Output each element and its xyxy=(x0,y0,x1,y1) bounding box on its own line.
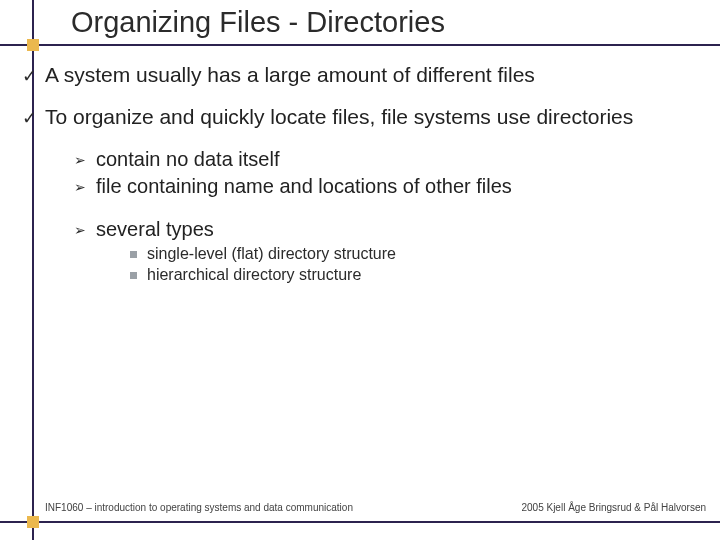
spacer xyxy=(22,201,702,217)
bullet-level2: ➢ contain no data itself xyxy=(74,147,702,172)
arrow-icon: ➢ xyxy=(74,179,86,197)
bullet-text: To organize and quickly locate files, fi… xyxy=(45,104,633,130)
slide-content: ✓ A system usually has a large amount of… xyxy=(22,62,702,287)
bullet-text: A system usually has a large amount of d… xyxy=(45,62,535,88)
bullet-text: hierarchical directory structure xyxy=(147,265,361,286)
bullet-level3: single-level (flat) directory structure xyxy=(130,244,702,265)
bullet-level2: ➢ several types xyxy=(74,217,702,242)
bullet-text: file containing name and locations of ot… xyxy=(96,174,512,199)
bullet-level1: ✓ To organize and quickly locate files, … xyxy=(22,104,702,130)
decor-square-bottom xyxy=(27,516,39,528)
decor-line-bottom xyxy=(0,521,720,523)
bullet-text: contain no data itself xyxy=(96,147,279,172)
decor-square-top xyxy=(27,39,39,51)
arrow-icon: ➢ xyxy=(74,152,86,170)
footer-left: INF1060 – introduction to operating syst… xyxy=(45,502,353,513)
square-icon xyxy=(130,251,137,258)
check-icon: ✓ xyxy=(22,65,37,88)
decor-line-top xyxy=(0,44,720,46)
bullet-level1: ✓ A system usually has a large amount of… xyxy=(22,62,702,88)
bullet-level3: hierarchical directory structure xyxy=(130,265,702,286)
arrow-icon: ➢ xyxy=(74,222,86,240)
square-icon xyxy=(130,272,137,279)
slide-title: Organizing Files - Directories xyxy=(71,6,445,39)
bullet-text: single-level (flat) directory structure xyxy=(147,244,396,265)
bullet-text: several types xyxy=(96,217,214,242)
footer-right: 2005 Kjell Åge Bringsrud & Pål Halvorsen xyxy=(521,502,706,513)
bullet-level2: ➢ file containing name and locations of … xyxy=(74,174,702,199)
check-icon: ✓ xyxy=(22,107,37,130)
